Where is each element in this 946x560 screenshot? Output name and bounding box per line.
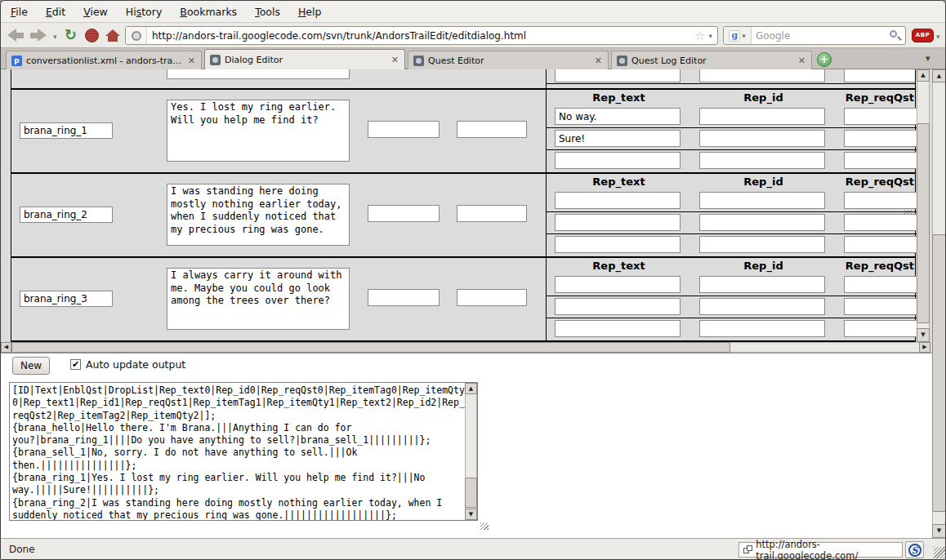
rep-id-input[interactable] (699, 276, 825, 293)
menu-view[interactable]: View (83, 6, 108, 18)
rep-reqqst-input[interactable] (844, 108, 917, 125)
scroll-down-button[interactable]: ▼ (932, 524, 946, 538)
output-frame: New ✔ Auto update output [ID|Text|EnblQs… (1, 353, 932, 538)
rep-text-input[interactable] (555, 298, 680, 315)
droplist-input[interactable] (457, 205, 527, 222)
droplist-input[interactable] (457, 289, 527, 306)
rep-reqqst-input[interactable] (844, 69, 915, 82)
rep-id-input[interactable] (699, 236, 825, 253)
arrow-down-icon: ▼ (921, 332, 925, 338)
url-input[interactable] (147, 30, 694, 42)
home-button[interactable] (105, 29, 120, 42)
menu-help[interactable]: Help (298, 6, 322, 18)
search-icon[interactable] (889, 29, 902, 42)
url-dropdown-button[interactable]: ▾ (708, 32, 712, 40)
menu-tools[interactable]: Tools (255, 6, 280, 18)
rep-id-input[interactable] (699, 69, 825, 82)
page-scrollbar-thumb[interactable] (932, 234, 946, 512)
dialog-id-input[interactable] (20, 122, 113, 139)
frame-hscrollbar-thumb[interactable] (11, 342, 730, 353)
droplist-input[interactable] (457, 121, 527, 138)
dialog-text-area[interactable]: Yes. I lost my ring earlier. Will you he… (167, 100, 350, 162)
forward-button[interactable] (30, 29, 47, 42)
rep-id-input[interactable] (699, 298, 825, 315)
history-dropdown-button[interactable]: ▾ (53, 33, 57, 41)
auto-update-checkbox[interactable]: ✔ (70, 359, 81, 370)
rep-id-input[interactable] (699, 320, 825, 337)
menu-bookmarks[interactable]: Bookmarks (180, 6, 237, 18)
search-engine-button[interactable]: g ▾ (724, 27, 752, 44)
dialog-text-area[interactable]: I always carry it around with me. Maybe … (167, 268, 350, 330)
bookmark-star-icon[interactable]: ☆ (694, 29, 705, 43)
rep-reqqst-input[interactable] (844, 236, 917, 253)
rep-id-input[interactable] (699, 130, 825, 147)
enblqst-input[interactable] (368, 205, 440, 222)
close-icon[interactable]: ✕ (187, 56, 196, 66)
frame-scrollbar-thumb[interactable] (917, 123, 930, 323)
rep-text-input[interactable] (555, 192, 680, 209)
rep-reqqst-input[interactable] (844, 298, 917, 315)
rep-text-input[interactable] (555, 214, 680, 231)
close-icon[interactable]: ✕ (594, 56, 603, 66)
new-tab-button[interactable]: + (817, 52, 832, 67)
adblock-plus-icon[interactable]: ABP (912, 29, 934, 42)
reload-button[interactable]: ↻ (65, 28, 77, 42)
scroll-up-button[interactable]: ▲ (465, 383, 477, 394)
tab-dialog-editor[interactable]: Dialog Editor ✕ (204, 49, 405, 69)
tab-conversationlist[interactable]: p conversationlist.xml - andors-trail - … (6, 51, 202, 69)
rep-id-input[interactable] (699, 152, 825, 169)
tab-quest-log-editor[interactable]: Quest Log Editor ✕ (611, 51, 812, 69)
scroll-down-button[interactable]: ▼ (917, 328, 930, 342)
chevron-down-icon: ▾ (742, 32, 746, 40)
rep-id-input[interactable] (699, 214, 825, 231)
back-button[interactable] (7, 29, 24, 42)
menu-edit[interactable]: Edit (46, 6, 65, 18)
rep-text-input[interactable] (555, 69, 680, 82)
rep-text-input[interactable] (555, 152, 680, 169)
rep-reqqst-input[interactable] (844, 276, 917, 293)
rep-text-input[interactable] (555, 276, 680, 293)
menu-history[interactable]: History (126, 6, 162, 18)
resize-grip-icon[interactable] (480, 522, 489, 530)
scroll-down-button[interactable]: ▼ (465, 509, 477, 520)
output-scrollbar-thumb[interactable] (465, 478, 477, 508)
rep-reqqst-input[interactable] (844, 320, 917, 337)
output-textarea[interactable]: [ID|Text|EnblQst|DropList|Rep_text0|Rep_… (9, 382, 478, 521)
tab-quest-editor[interactable]: Quest Editor ✕ (408, 51, 609, 69)
tab-label: Dialog Editor (225, 55, 386, 65)
rep-reqqst-input[interactable] (844, 130, 917, 147)
divider (547, 233, 917, 234)
dialog-text-area[interactable] (167, 69, 350, 79)
rep-reqqst-input[interactable] (844, 214, 917, 231)
scroll-left-button[interactable]: ◀ (1, 342, 11, 353)
rep-id-input[interactable] (699, 108, 825, 125)
scroll-up-button[interactable]: ▲ (932, 69, 946, 82)
tab-list-dropdown-button[interactable]: ▾ (926, 53, 930, 64)
close-icon[interactable]: ✕ (390, 55, 399, 65)
scrapbook-button[interactable]: S (905, 541, 924, 558)
close-icon[interactable]: ✕ (797, 56, 806, 66)
rep-text-input[interactable] (555, 320, 680, 337)
new-button[interactable]: New (12, 357, 50, 375)
scroll-up-button[interactable]: ▲ (917, 69, 930, 82)
dialog-id-input[interactable] (20, 291, 113, 307)
rep-text-input[interactable] (555, 130, 680, 147)
enblqst-input[interactable] (368, 289, 440, 306)
enblqst-input[interactable] (368, 121, 440, 138)
window-resize-grip-icon[interactable] (934, 547, 945, 558)
rep-text-header: Rep_text (547, 176, 691, 189)
menu-file[interactable]: File (11, 6, 28, 18)
site-identity-button[interactable] (126, 27, 147, 44)
dialog-id-input[interactable] (20, 207, 113, 223)
adblock-dropdown-button[interactable]: ▾ (936, 33, 940, 41)
rep-text-input[interactable] (555, 108, 680, 125)
search-input[interactable] (752, 30, 889, 42)
rep-reqqst-input[interactable] (844, 152, 917, 169)
dialog-text-area[interactable]: I was standing here doing mostly nothing… (167, 184, 350, 246)
page-favicon-icon (617, 56, 627, 66)
rep-text-input[interactable] (555, 236, 680, 253)
stop-button[interactable] (85, 29, 99, 42)
scroll-right-button[interactable]: ▶ (919, 342, 930, 353)
rep-reqqst-input[interactable] (844, 192, 917, 209)
rep-id-input[interactable] (699, 192, 825, 209)
